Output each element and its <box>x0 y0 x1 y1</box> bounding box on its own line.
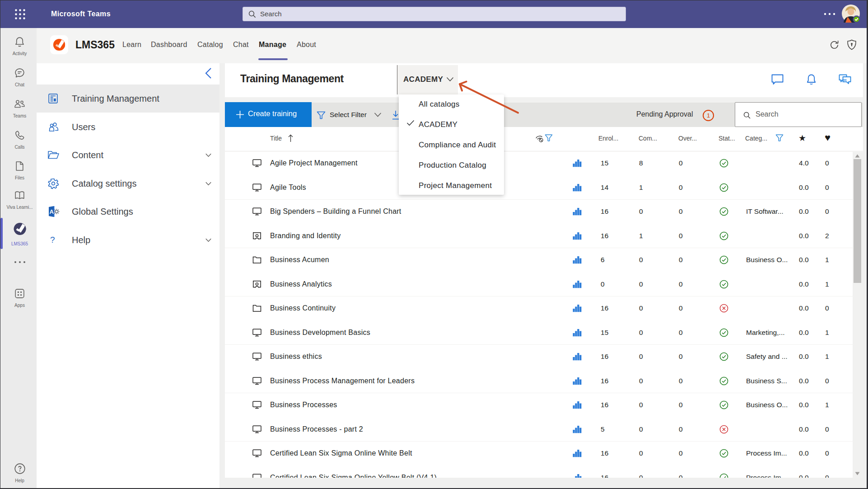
svg-text:A: A <box>50 208 54 215</box>
